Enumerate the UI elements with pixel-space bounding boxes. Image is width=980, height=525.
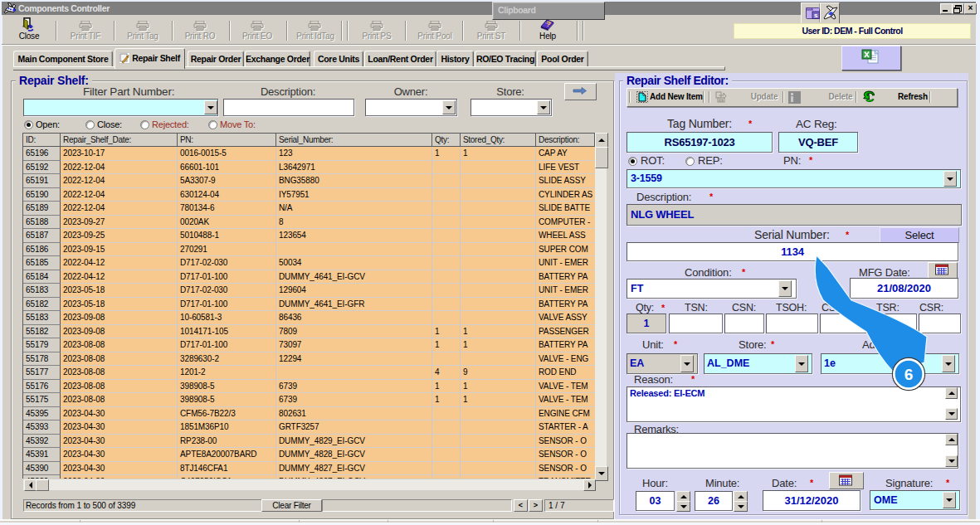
svg-text:6: 6	[904, 366, 914, 383]
